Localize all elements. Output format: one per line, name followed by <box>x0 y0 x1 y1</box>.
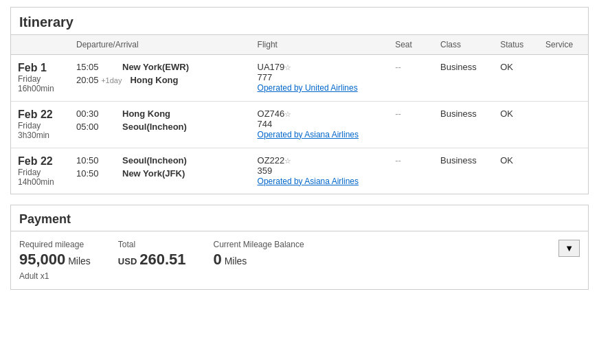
flight-number: OZ222 <box>258 155 285 166</box>
departure-row: 00:30 Hong Kong <box>76 109 244 119</box>
total-value: USD 260.51 <box>118 251 186 269</box>
arrival-time: 05:00 <box>76 122 114 132</box>
departure-city: New York(EWR) <box>122 62 189 72</box>
payment-body: Required mileage 95,000 Miles Adult x1 T… <box>11 231 588 289</box>
total-amount: 260.51 <box>139 251 185 268</box>
mileage-amount: 95,000 <box>19 251 65 268</box>
payment-title: Payment <box>19 212 71 226</box>
itinerary-header: Itinerary <box>11 8 588 35</box>
balance-value: 0 Miles <box>214 251 304 269</box>
operated-by-link[interactable]: Operated by Asiana Airlines <box>258 129 382 141</box>
class-cell: Business <box>433 148 493 194</box>
flight-info-cell: OZ746☆ 744 Operated by Asiana Airlines <box>251 101 389 148</box>
flight-date-cell: Feb 22 Friday 14h00min <box>11 148 69 194</box>
seat-value: -- <box>395 62 401 72</box>
status-value: OK <box>500 109 513 119</box>
class-value: Business <box>440 109 477 119</box>
status-value: OK <box>500 62 513 72</box>
flight-day: Friday <box>18 168 63 177</box>
col-header-service: Service <box>539 35 588 55</box>
arrival-row: 10:50 New York(JFK) <box>76 168 244 179</box>
total-currency: USD <box>118 256 137 266</box>
col-header-date <box>11 35 69 55</box>
flight-day: Friday <box>18 121 63 130</box>
balance-label: Current Mileage Balance <box>214 240 304 249</box>
col-header-seat: Seat <box>388 35 433 55</box>
departure-row: 15:05 New York(EWR) <box>76 62 244 72</box>
flight-date: Feb 22 <box>18 109 63 121</box>
arrival-city: Seoul(Incheon) <box>122 122 187 132</box>
col-header-flight: Flight <box>251 35 389 55</box>
seat-cell: -- <box>388 55 433 102</box>
flight-depart-arrive-cell: 15:05 New York(EWR) 20:05 +1day Hong Kon… <box>69 55 251 102</box>
total-field: Total USD 260.51 <box>118 240 186 269</box>
flight-number-row: UA179☆ <box>258 62 382 72</box>
flight-number: UA179 <box>258 62 285 72</box>
departure-row: 10:50 Seoul(Incheon) <box>76 155 244 166</box>
balance-field: Current Mileage Balance 0 Miles <box>214 240 304 269</box>
status-cell: OK <box>493 148 539 194</box>
payment-right: ▼ <box>558 240 580 257</box>
flight-duration: 16h00min <box>18 84 63 93</box>
seat-value: -- <box>395 109 401 119</box>
star-icon: ☆ <box>284 157 291 165</box>
departure-city: Hong Kong <box>122 109 170 119</box>
balance-amount: 0 <box>214 251 222 268</box>
status-cell: OK <box>493 55 539 102</box>
departure-time: 15:05 <box>76 62 114 72</box>
operated-by-link[interactable]: Operated by Asiana Airlines <box>258 176 382 187</box>
arrival-time: 20:05 +1day <box>76 75 122 85</box>
class-value: Business <box>440 62 477 72</box>
flight-date: Feb 22 <box>18 155 63 168</box>
itinerary-title: Itinerary <box>19 14 74 30</box>
dropdown-button[interactable]: ▼ <box>558 240 580 257</box>
arrival-row: 05:00 Seoul(Incheon) <box>76 122 244 132</box>
arrival-plus: +1day <box>101 76 122 84</box>
arrival-city: Hong Kong <box>130 75 178 85</box>
mileage-value: 95,000 Miles <box>19 251 91 269</box>
departure-city: Seoul(Incheon) <box>122 155 187 166</box>
service-cell <box>539 148 588 194</box>
seat-cell: -- <box>388 148 433 194</box>
seat-cell: -- <box>388 101 433 148</box>
aircraft-type: 359 <box>258 166 382 176</box>
star-icon: ☆ <box>284 63 291 71</box>
table-row: Feb 1 Friday 16h00min 15:05 New York(EWR… <box>11 55 588 102</box>
col-header-departure: Departure/Arrival <box>69 35 251 55</box>
flight-date-cell: Feb 22 Friday 3h30min <box>11 101 69 148</box>
class-cell: Business <box>433 55 493 102</box>
flight-date: Feb 1 <box>18 62 63 74</box>
status-value: OK <box>500 155 513 166</box>
departure-time: 10:50 <box>76 155 114 166</box>
operated-by-link[interactable]: Operated by United Airlines <box>258 82 382 94</box>
itinerary-table: Departure/Arrival Flight Seat Class Stat… <box>11 35 588 194</box>
flight-info-cell: UA179☆ 777 Operated by United Airlines <box>251 55 389 102</box>
aircraft-type: 777 <box>258 72 382 82</box>
arrival-time: 10:50 <box>76 168 114 179</box>
flight-depart-arrive-cell: 00:30 Hong Kong 05:00 Seoul(Incheon) <box>69 101 251 148</box>
aircraft-type: 744 <box>258 119 382 129</box>
flight-number-row: OZ746☆ <box>258 109 382 119</box>
table-row: Feb 22 Friday 3h30min 00:30 Hong Kong 05… <box>11 101 588 148</box>
col-header-class: Class <box>433 35 493 55</box>
service-cell <box>539 55 588 102</box>
col-header-status: Status <box>493 35 539 55</box>
payment-header: Payment <box>11 205 588 231</box>
arrival-row: 20:05 +1day Hong Kong <box>76 75 244 85</box>
mileage-field: Required mileage 95,000 Miles Adult x1 <box>19 240 91 281</box>
flight-duration: 3h30min <box>18 130 63 140</box>
flight-number: OZ746 <box>258 109 285 119</box>
flight-depart-arrive-cell: 10:50 Seoul(Incheon) 10:50 New York(JFK) <box>69 148 251 194</box>
adult-note: Adult x1 <box>19 271 91 281</box>
total-label: Total <box>118 240 186 249</box>
flight-date-cell: Feb 1 Friday 16h00min <box>11 55 69 102</box>
arrival-city: New York(JFK) <box>122 168 185 179</box>
departure-time: 00:30 <box>76 109 114 119</box>
class-cell: Business <box>433 101 493 148</box>
flight-day: Friday <box>18 74 63 84</box>
flight-duration: 14h00min <box>18 177 63 187</box>
seat-value: -- <box>395 155 401 166</box>
mileage-unit: Miles <box>68 255 91 266</box>
mileage-label: Required mileage <box>19 240 91 249</box>
balance-unit: Miles <box>225 255 247 266</box>
